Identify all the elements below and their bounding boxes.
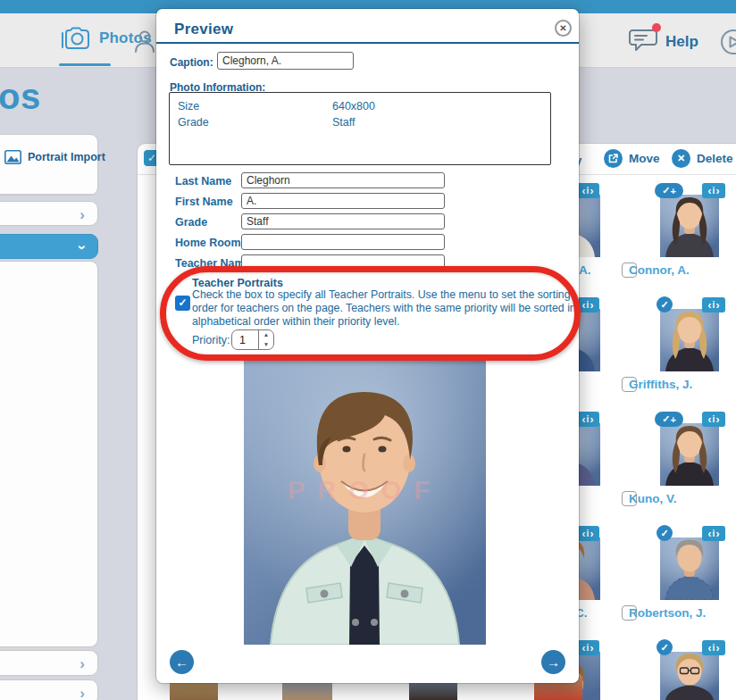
chevron-right-icon: › bbox=[79, 655, 85, 673]
photo-caption[interactable]: Connor, A. bbox=[629, 263, 690, 277]
mapped-check-badge[interactable]: ✓ bbox=[657, 296, 673, 312]
photo-info-badge[interactable]: ‹i› bbox=[576, 297, 599, 312]
delete-label: Delete bbox=[697, 152, 733, 165]
last-name-label: Last Name bbox=[175, 175, 231, 188]
mapped-check-badge[interactable]: ✓ bbox=[657, 639, 673, 655]
caption-input[interactable] bbox=[217, 52, 354, 70]
photo-info-badge[interactable]: ‹i› bbox=[576, 183, 599, 198]
photo-caption[interactable]: Robertson, J. bbox=[629, 606, 706, 620]
last-name-input[interactable] bbox=[241, 172, 445, 188]
sidebar-accordion-item-3[interactable]: › bbox=[0, 650, 98, 676]
sidebar-divider bbox=[0, 194, 97, 195]
photo-thumbnail[interactable] bbox=[660, 195, 719, 257]
teacher-name-label: Teacher Name bbox=[175, 257, 251, 270]
home-room-input[interactable] bbox=[241, 234, 445, 250]
delete-icon: ✕ bbox=[672, 149, 690, 168]
photo-info-badge[interactable]: ‹i› bbox=[702, 412, 725, 427]
photo-info-badge[interactable]: ‹i› bbox=[702, 297, 725, 312]
chevron-down-icon: › bbox=[73, 245, 91, 250]
move-label: Move bbox=[629, 152, 660, 165]
info-icon: i bbox=[713, 529, 715, 538]
portrait-import-icon bbox=[4, 150, 21, 164]
info-icon: i bbox=[713, 643, 715, 653]
grade-label: Grade bbox=[175, 216, 207, 229]
sidebar-expanded-panel bbox=[0, 261, 98, 647]
delete-button[interactable]: ✕ Delete bbox=[672, 149, 733, 168]
next-photo-button[interactable]: → bbox=[541, 650, 565, 674]
photo-info-badge[interactable]: ‹i› bbox=[576, 640, 599, 655]
photo-caption-partial[interactable]: A. bbox=[579, 263, 591, 277]
move-button[interactable]: Move bbox=[604, 149, 660, 168]
photo-thumbnail[interactable] bbox=[660, 423, 719, 486]
info-icon: i bbox=[587, 414, 590, 424]
home-room-label: Home Room bbox=[175, 237, 241, 249]
person-icon bbox=[133, 29, 157, 54]
sidebar-accordion-item-1[interactable]: › bbox=[0, 201, 98, 226]
teacher-name-input[interactable] bbox=[241, 254, 445, 271]
photo-thumbnail[interactable] bbox=[660, 309, 719, 371]
first-name-label: First Name bbox=[175, 196, 233, 208]
info-icon: i bbox=[713, 300, 715, 310]
photo-caption[interactable]: Kuno, V. bbox=[629, 492, 677, 505]
photo-info-row: Grade Staff bbox=[178, 114, 542, 130]
info-icon: i bbox=[587, 300, 590, 310]
priority-stepper[interactable]: 1 ▲ ▼ bbox=[231, 329, 274, 350]
info-icon: i bbox=[587, 186, 590, 196]
sidebar-accordion-item-4[interactable]: › bbox=[0, 679, 98, 700]
photo-info-row: Size 640x800 bbox=[178, 98, 542, 114]
teacher-portraits-checkbox[interactable]: ✓ bbox=[175, 296, 190, 311]
chevron-right-icon: › bbox=[79, 206, 85, 224]
photo-info-badge[interactable]: ‹i› bbox=[576, 412, 599, 427]
mapped-check-plus-badge[interactable]: ✓+ bbox=[655, 412, 683, 427]
first-name-input[interactable] bbox=[241, 193, 445, 209]
photo-information-box: Size 640x800 Grade Staff bbox=[169, 92, 551, 165]
priority-label: Priority: bbox=[192, 334, 230, 346]
active-tab-underline bbox=[59, 63, 111, 66]
nav-tutorial-button[interactable] bbox=[720, 29, 736, 55]
sidebar-header: Portrait Import bbox=[0, 134, 98, 196]
priority-up-button[interactable]: ▲ bbox=[259, 330, 273, 340]
help-notification-dot bbox=[652, 23, 661, 32]
app-window: Photos Help os bbox=[0, 0, 736, 700]
camera-icon bbox=[57, 26, 91, 51]
sidebar-accordion-item-2-active[interactable]: › bbox=[0, 234, 98, 259]
info-value: Staff bbox=[332, 114, 355, 130]
page-title: os bbox=[0, 77, 41, 117]
info-icon: i bbox=[713, 414, 715, 424]
photo-thumbnail[interactable] bbox=[660, 652, 719, 700]
priority-value: 1 bbox=[232, 330, 258, 349]
mapped-check-plus-badge[interactable]: ✓+ bbox=[655, 183, 683, 198]
mapped-check-badge[interactable]: ✓ bbox=[657, 525, 673, 541]
modal-header-divider bbox=[156, 42, 579, 44]
move-icon bbox=[604, 149, 623, 168]
previous-photo-button[interactable]: ← bbox=[170, 650, 194, 674]
photo-info-badge[interactable]: ‹i› bbox=[702, 526, 725, 541]
nav-help-button[interactable]: Help bbox=[629, 28, 698, 56]
info-icon: i bbox=[587, 643, 590, 653]
teacher-portraits-heading: Teacher Portraits bbox=[192, 277, 283, 289]
preview-modal: Preview ✕ Caption: Photo Information: Si… bbox=[156, 9, 579, 683]
info-key: Grade bbox=[178, 114, 332, 130]
photo-thumbnail[interactable] bbox=[660, 538, 719, 600]
info-icon: i bbox=[713, 186, 715, 196]
photo-caption[interactable]: Griffiths, J. bbox=[629, 378, 692, 391]
play-circle-icon bbox=[720, 29, 736, 55]
caption-label: Caption: bbox=[170, 56, 213, 69]
photo-info-badge[interactable]: ‹i› bbox=[702, 183, 725, 198]
modal-title: Preview bbox=[174, 21, 233, 38]
info-value: 640x800 bbox=[332, 98, 375, 114]
grade-input[interactable] bbox=[241, 213, 445, 229]
help-bubble-icon bbox=[629, 28, 657, 56]
photo-info-badge[interactable]: ‹i› bbox=[702, 640, 725, 655]
sidebar-header-label: Portrait Import bbox=[28, 151, 105, 163]
help-label: Help bbox=[665, 33, 698, 51]
close-icon[interactable]: ✕ bbox=[555, 20, 572, 37]
portrait-photo bbox=[244, 354, 486, 645]
nav-tab-people[interactable] bbox=[133, 29, 157, 54]
info-key: Size bbox=[178, 98, 332, 114]
chevron-right-icon: › bbox=[79, 685, 85, 700]
photo-info-badge[interactable]: ‹i› bbox=[576, 526, 599, 541]
info-icon: i bbox=[587, 529, 590, 538]
teacher-portraits-description: Check the box to specify all Teacher Por… bbox=[192, 288, 576, 329]
priority-down-button[interactable]: ▼ bbox=[259, 340, 273, 350]
